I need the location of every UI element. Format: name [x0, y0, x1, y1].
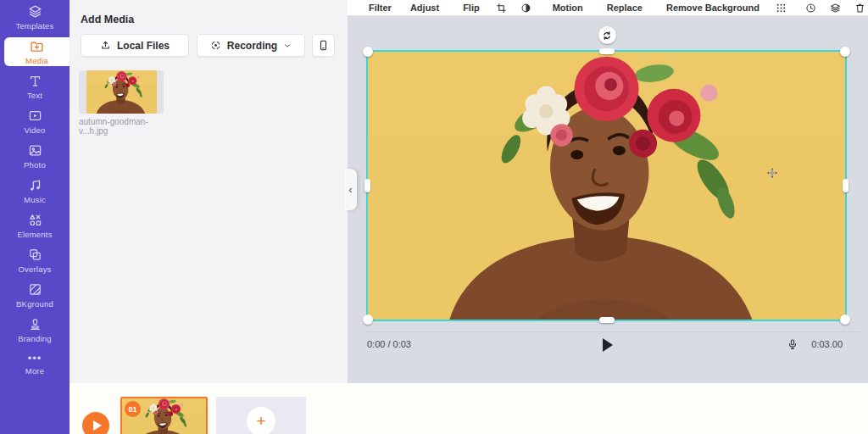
- sidebar-item-label: Branding: [18, 334, 52, 343]
- sidebar-item-overlays[interactable]: Overlays: [0, 243, 70, 278]
- adjust-button[interactable]: Adjust: [410, 3, 439, 13]
- layers-icon[interactable]: [830, 3, 841, 14]
- sidebar-item-label: Text: [27, 91, 42, 100]
- play-button[interactable]: [603, 338, 613, 352]
- sidebar-item-photo[interactable]: Photo: [0, 139, 70, 174]
- rotate-icon: [602, 31, 612, 41]
- recording-label: Recording: [227, 40, 277, 52]
- resize-handle-bottom-left[interactable]: [363, 314, 373, 325]
- sidebar-item-label: Media: [25, 56, 48, 65]
- local-files-button[interactable]: Local Files: [81, 34, 189, 57]
- resize-handle-left[interactable]: [364, 179, 370, 192]
- sidebar-item-video[interactable]: Video: [0, 104, 70, 139]
- sidebar-item-text[interactable]: Text: [0, 70, 70, 104]
- media-item-thumbnail: [86, 70, 157, 114]
- record-icon: [210, 40, 221, 51]
- sidebar-item-templates[interactable]: Templates: [0, 0, 70, 35]
- grid-view-icon[interactable]: [776, 3, 787, 14]
- sidebar-item-label: Photo: [24, 160, 46, 170]
- playback-bar: 0:00 / 0:03 0:03.00: [348, 335, 868, 355]
- music-icon: [28, 178, 42, 192]
- sidebar-item-label: Video: [24, 125, 45, 135]
- sidebar-item-elements[interactable]: Elements: [0, 209, 70, 243]
- remove-background-button[interactable]: Remove Background: [666, 3, 760, 13]
- sidebar-item-label: Overlays: [18, 264, 51, 274]
- canvas-baseline: [366, 331, 861, 332]
- resize-handle-bottom[interactable]: [599, 317, 615, 323]
- sidebar-item-media[interactable]: Media: [4, 37, 70, 66]
- add-scene-button[interactable]: +: [216, 397, 306, 434]
- woman-flower-crown-photo: [368, 52, 845, 320]
- sidebar: Templates Media Text Video Photo Music E…: [0, 0, 70, 434]
- resize-handle-top-left[interactable]: [363, 47, 373, 57]
- scene-number-badge: 01: [125, 401, 141, 417]
- sidebar-item-label: BKground: [16, 299, 53, 309]
- chevron-left-icon: ‹: [348, 183, 352, 196]
- text-icon: [28, 74, 42, 88]
- sidebar-item-label: Music: [24, 195, 46, 204]
- editor-area: Filter Adjust Flip Motion Replace Remove…: [348, 0, 868, 383]
- play-icon: [93, 420, 102, 431]
- background-icon: [28, 282, 42, 297]
- media-folder-icon: [30, 39, 44, 53]
- replace-button[interactable]: Replace: [607, 3, 643, 13]
- recording-button[interactable]: Recording: [197, 34, 305, 57]
- flip-button[interactable]: Flip: [463, 3, 480, 13]
- sidebar-item-music[interactable]: Music: [0, 174, 70, 209]
- crop-icon[interactable]: [496, 3, 507, 14]
- filter-button[interactable]: Filter: [369, 3, 392, 13]
- canvas-area[interactable]: 0:00 / 0:03 0:03.00: [348, 16, 868, 383]
- phone-upload-button[interactable]: [312, 34, 335, 57]
- sidebar-item-branding[interactable]: Branding: [0, 313, 70, 348]
- plus-icon: +: [247, 407, 275, 434]
- rotate-handle[interactable]: [598, 26, 616, 44]
- panel-collapse-tab[interactable]: ‹: [344, 169, 357, 210]
- media-item-filename: autumn-goodman-v...h.jpg: [79, 117, 172, 136]
- elements-icon: [28, 213, 42, 227]
- history-icon[interactable]: [805, 3, 816, 14]
- sidebar-item-label: More: [25, 366, 44, 376]
- selected-video-clip[interactable]: [366, 50, 847, 321]
- resize-handle-bottom-right[interactable]: [840, 314, 850, 325]
- phone-icon: [318, 40, 329, 51]
- sidebar-item-label: Templates: [15, 21, 53, 31]
- video-icon: [28, 108, 42, 123]
- overlays-icon: [28, 248, 42, 262]
- canvas-toolbar: Filter Adjust Flip Motion Replace Remove…: [348, 0, 868, 16]
- timeline-play-button[interactable]: [82, 412, 109, 434]
- templates-icon: [28, 4, 42, 19]
- sidebar-item-bkground[interactable]: BKground: [0, 278, 70, 313]
- sidebar-item-label: Elements: [17, 230, 52, 239]
- chevron-down-icon: [283, 42, 292, 50]
- panel-title: Add Media: [81, 14, 134, 25]
- clip-duration: 0:03.00: [811, 339, 843, 349]
- photo-icon: [28, 143, 42, 158]
- timeline: 01 +: [70, 383, 868, 434]
- delete-icon[interactable]: [854, 3, 865, 14]
- color-adjust-icon[interactable]: [520, 3, 531, 14]
- media-panel: Add Media Local Files Recording autumn-g…: [70, 0, 348, 383]
- resize-handle-top[interactable]: [599, 48, 615, 54]
- upload-icon: [100, 40, 111, 51]
- media-item[interactable]: [79, 70, 164, 114]
- microphone-icon[interactable]: [787, 337, 798, 353]
- move-cursor: [766, 167, 778, 179]
- resize-handle-right[interactable]: [843, 179, 849, 192]
- sidebar-item-more[interactable]: ••• More: [0, 348, 70, 382]
- playback-position: 0:00 / 0:03: [367, 339, 411, 349]
- branding-icon: [28, 317, 42, 331]
- timeline-scene-1[interactable]: 01: [120, 397, 208, 434]
- local-files-label: Local Files: [117, 40, 170, 52]
- motion-button[interactable]: Motion: [553, 3, 583, 13]
- more-icon: •••: [28, 355, 42, 364]
- resize-handle-top-right[interactable]: [840, 47, 850, 57]
